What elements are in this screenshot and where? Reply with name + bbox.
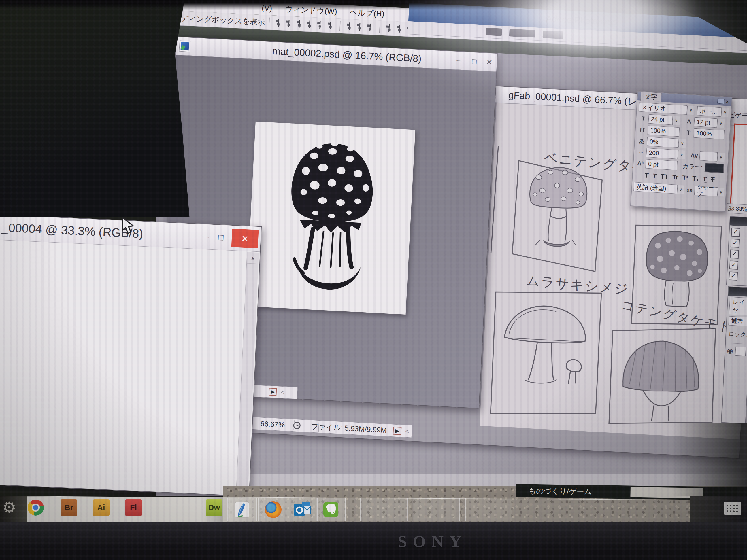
distribute-icon[interactable] — [386, 25, 393, 32]
baseline-shift-value: 0 pt — [648, 160, 658, 168]
tsume-field[interactable]: 0% — [647, 137, 679, 148]
tsume-icon: あ — [636, 137, 647, 145]
color-swatch[interactable] — [705, 163, 724, 173]
style-button[interactable]: TT — [660, 173, 668, 181]
gfab-file-info: ファイル: 5.93M/9.99M — [311, 422, 387, 435]
type-style-buttons: T T TT Tr T¹ T₁ T T — [634, 171, 725, 184]
font-family-value: メイリオ — [641, 103, 667, 113]
play-icon[interactable]: ▶ — [393, 427, 402, 435]
layers-tab[interactable]: レイヤ — [729, 297, 747, 315]
layer-thumbnail[interactable] — [735, 347, 746, 356]
distribute-icon[interactable] — [367, 23, 374, 31]
action-item-checkbox[interactable]: ✓ — [729, 260, 739, 270]
dropdown-icon[interactable]: ∨ — [718, 188, 724, 196]
monitor-bezel: SONY — [0, 522, 747, 560]
minimize-button[interactable]: ─ — [452, 56, 467, 66]
minimize-button[interactable]: ─ — [198, 232, 213, 242]
baseline-shift-field[interactable]: 0 pt — [645, 159, 677, 170]
flash-icon[interactable]: Fl — [125, 499, 142, 516]
style-button[interactable]: T — [703, 176, 707, 183]
taskbar-window-button[interactable] — [360, 498, 408, 522]
maximize-button[interactable]: □ — [213, 232, 228, 243]
character-panel-tab[interactable]: 文字 — [640, 91, 662, 102]
close-button[interactable]: ✕ — [482, 57, 497, 67]
panel-collapse-icon[interactable] — [717, 99, 724, 104]
align-icon[interactable] — [327, 22, 334, 29]
dreamweaver-icon[interactable]: Dw — [206, 499, 223, 516]
blend-mode-select[interactable]: 通常 — [728, 316, 747, 326]
distribute-icon[interactable] — [346, 23, 353, 30]
character-panel[interactable]: 文字 ✕ メイリオ ∨ ボー... ∨ T 24 pt ∨ A 12 pt ∨ … — [630, 91, 732, 212]
style-button[interactable]: T — [711, 176, 715, 184]
style-button[interactable]: T₁ — [692, 175, 699, 183]
photoshop-feather-icon[interactable] — [227, 498, 257, 522]
distribute-icon[interactable] — [356, 23, 363, 31]
distribute-icon[interactable] — [396, 25, 403, 32]
illustrator-icon[interactable]: Ai — [93, 499, 109, 516]
scroll-left-icon[interactable]: < — [405, 427, 410, 435]
chrome-icon[interactable] — [27, 499, 44, 516]
actions-panel: ✓ ✓ ✓ ✓ ✓ — [726, 216, 747, 286]
style-button[interactable]: Tr — [672, 174, 678, 181]
dropdown-icon[interactable]: ∨ — [677, 185, 684, 194]
outlook-icon[interactable] — [288, 498, 317, 522]
dropdown-icon[interactable]: ∨ — [687, 106, 695, 115]
gfab-zoom-value[interactable]: 66.67% — [260, 420, 285, 429]
bridge-icon[interactable]: Br — [60, 499, 77, 516]
action-item-checkbox[interactable]: ✓ — [730, 239, 740, 248]
maximize-button[interactable]: □ — [467, 56, 482, 66]
dropdown-icon[interactable]: ∨ — [672, 116, 680, 125]
antialias-select[interactable]: シャープ — [694, 186, 718, 196]
style-button[interactable]: T¹ — [682, 174, 689, 182]
align-icon[interactable] — [296, 20, 303, 28]
play-icon[interactable]: ▶ — [268, 388, 277, 396]
navigator-zoom-field[interactable]: 33.33% — [726, 203, 747, 214]
taskbar-window-button[interactable] — [465, 498, 512, 522]
align-icon[interactable] — [286, 20, 293, 27]
close-button[interactable]: ✕ — [231, 229, 259, 248]
eye-icon[interactable]: ◉ — [727, 347, 733, 355]
evernote-icon[interactable] — [316, 498, 346, 522]
lock-label: ロック: — [728, 330, 747, 339]
doc-tab-icon[interactable] — [543, 30, 563, 39]
align-icon[interactable] — [306, 21, 313, 28]
dropdown-icon[interactable]: ∨ — [717, 119, 725, 128]
dropdown-icon[interactable]: ∨ — [678, 150, 686, 159]
tracking-icon: ⇔ — [636, 149, 646, 156]
doc-tab-icon[interactable] — [486, 28, 502, 36]
dropdown-icon[interactable]: ∨ — [678, 139, 686, 148]
font-family-select[interactable]: メイリオ — [639, 102, 688, 114]
kerning-field[interactable] — [699, 151, 718, 162]
scroll-left-icon[interactable]: < — [281, 389, 285, 396]
action-item-checkbox[interactable]: ✓ — [729, 271, 738, 281]
align-icon[interactable] — [275, 19, 282, 27]
vertical-scale-field[interactable]: 100% — [648, 126, 680, 137]
action-item-checkbox[interactable]: ✓ — [730, 249, 739, 259]
blank-document-window[interactable]: _00004 @ 33.3% (RGB/8) ─ □ ✕ ▲ — [0, 214, 262, 497]
panel-close-icon[interactable]: ✕ — [725, 99, 729, 105]
font-size-field[interactable]: 24 pt — [648, 114, 673, 125]
scroll-up-icon[interactable]: ▲ — [247, 252, 259, 264]
options-bar-label[interactable]: バウンディングボックスを表示 — [158, 12, 265, 27]
mat-artboard[interactable] — [246, 122, 415, 315]
taskbar-window-button[interactable] — [413, 498, 460, 522]
horizontal-scale-field[interactable]: 100% — [693, 129, 724, 140]
flash-icon-label: Fl — [130, 503, 137, 512]
menu-item-window[interactable]: ウィンドウ(W) — [284, 4, 337, 17]
style-button[interactable]: T — [652, 172, 657, 180]
menu-item-help[interactable]: ヘルプ(H) — [350, 7, 385, 19]
dropdown-icon[interactable]: ∨ — [717, 153, 725, 162]
dropdown-icon[interactable]: ∨ — [721, 108, 729, 117]
leading-field[interactable]: 12 pt — [694, 117, 718, 128]
firefox-icon[interactable] — [258, 498, 288, 522]
style-button[interactable]: T — [644, 172, 649, 180]
font-style-select[interactable]: ボー... — [697, 106, 722, 117]
language-select[interactable]: 英語 (米国) — [634, 182, 677, 194]
align-icon[interactable] — [317, 21, 324, 29]
tracking-field[interactable]: 200 — [646, 148, 678, 159]
doc-tab-icon[interactable] — [509, 29, 536, 37]
leading-value: 12 pt — [697, 118, 711, 126]
menu-item-view[interactable]: (V) — [261, 3, 272, 13]
touch-keyboard-icon[interactable] — [724, 502, 741, 515]
action-item-checkbox[interactable]: ✓ — [731, 228, 740, 237]
